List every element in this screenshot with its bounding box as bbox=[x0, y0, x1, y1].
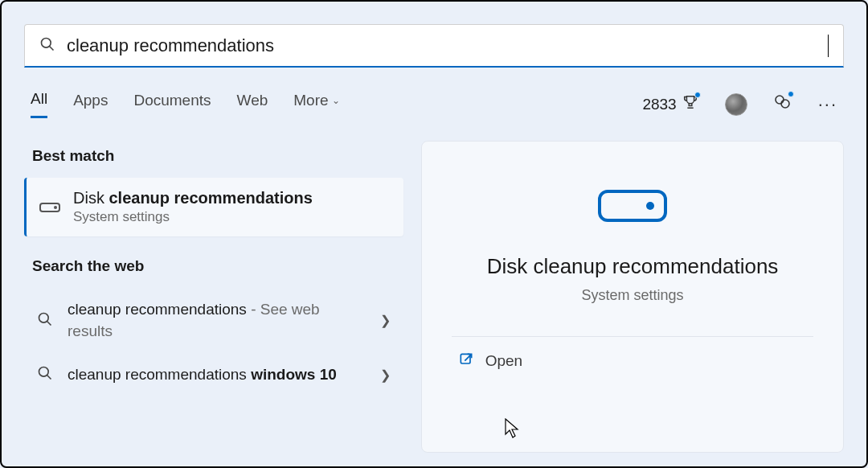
external-link-icon bbox=[458, 351, 474, 371]
chevron-right-icon: ❯ bbox=[380, 313, 391, 328]
best-match-result[interactable]: Disk cleanup recommendations System sett… bbox=[24, 178, 403, 236]
web-term: cleanup recommendations bbox=[68, 301, 247, 318]
tab-documents[interactable]: Documents bbox=[133, 92, 211, 117]
svg-point-6 bbox=[39, 367, 49, 377]
avatar[interactable] bbox=[725, 93, 747, 116]
web-term: cleanup recommendations bbox=[68, 366, 251, 383]
points-value: 2833 bbox=[642, 96, 676, 113]
svg-line-7 bbox=[47, 376, 51, 380]
trophy-icon bbox=[682, 93, 699, 115]
detail-title: Disk cleanup recommendations bbox=[487, 254, 779, 279]
svg-rect-8 bbox=[461, 354, 470, 363]
best-match-title: Disk cleanup recommendations bbox=[73, 189, 313, 207]
search-icon bbox=[37, 311, 53, 330]
mouse-cursor bbox=[505, 418, 521, 442]
chevron-down-icon: ⌄ bbox=[332, 95, 340, 106]
search-bar[interactable] bbox=[24, 24, 844, 68]
detail-pane: Disk cleanup recommendations System sett… bbox=[421, 141, 844, 453]
tab-all[interactable]: All bbox=[31, 90, 47, 118]
best-match-subtitle: System settings bbox=[73, 209, 313, 225]
open-action[interactable]: Open bbox=[452, 337, 814, 385]
web-result-0[interactable]: cleanup recommendations - See web result… bbox=[24, 288, 403, 353]
chevron-right-icon: ❯ bbox=[380, 367, 391, 383]
web-result-1[interactable]: cleanup recommendations windows 10 ❯ bbox=[24, 353, 403, 397]
search-input[interactable] bbox=[67, 35, 828, 56]
best-match-bold: cleanup recommendations bbox=[108, 189, 312, 207]
search-icon bbox=[39, 36, 55, 55]
more-options-button[interactable]: ··· bbox=[818, 94, 837, 115]
svg-point-3 bbox=[781, 100, 789, 108]
tab-more-label: More bbox=[293, 92, 328, 109]
text-cursor bbox=[828, 35, 829, 57]
svg-point-2 bbox=[776, 96, 784, 104]
best-match-heading: Best match bbox=[24, 141, 403, 178]
svg-line-5 bbox=[47, 321, 51, 325]
search-icon bbox=[37, 365, 53, 384]
filter-tabs: All Apps Documents Web More ⌄ 2833 ··· bbox=[2, 90, 866, 118]
svg-point-0 bbox=[42, 38, 51, 47]
tab-apps[interactable]: Apps bbox=[73, 92, 108, 117]
results-list: Best match Disk cleanup recommendations … bbox=[24, 141, 403, 453]
svg-point-4 bbox=[39, 313, 49, 322]
results-area: Best match Disk cleanup recommendations … bbox=[2, 141, 866, 453]
search-web-heading: Search the web bbox=[24, 251, 403, 288]
tab-more[interactable]: More ⌄ bbox=[293, 92, 339, 117]
rewards-points[interactable]: 2833 bbox=[642, 93, 698, 115]
disk-icon-large bbox=[598, 190, 667, 222]
web-result-text: cleanup recommendations - See web result… bbox=[68, 299, 366, 342]
detail-subtitle: System settings bbox=[581, 287, 683, 304]
open-label: Open bbox=[485, 352, 522, 370]
best-match-prefix: Disk bbox=[73, 189, 108, 207]
web-bold: windows 10 bbox=[251, 366, 337, 383]
disk-icon bbox=[39, 203, 60, 212]
svg-line-1 bbox=[50, 46, 54, 50]
tab-web[interactable]: Web bbox=[237, 92, 268, 117]
best-match-text: Disk cleanup recommendations System sett… bbox=[73, 189, 313, 225]
chat-icon[interactable] bbox=[773, 92, 792, 116]
web-result-text: cleanup recommendations windows 10 bbox=[68, 364, 366, 386]
